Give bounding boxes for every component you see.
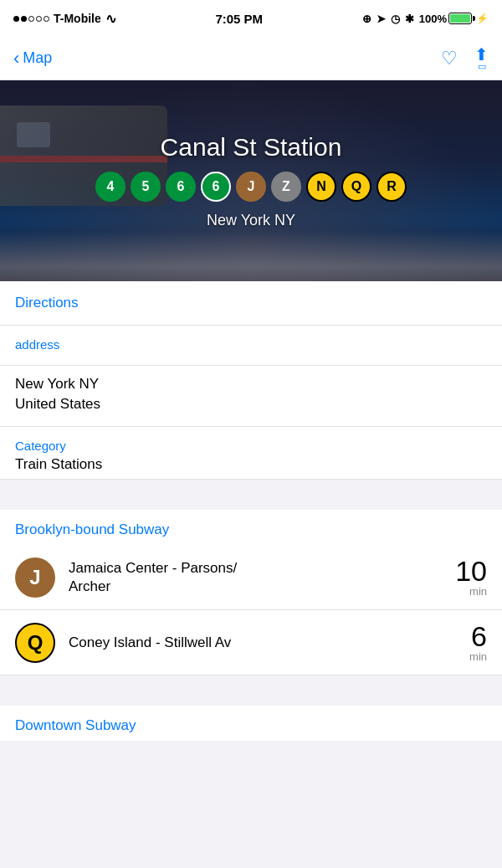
transit-info-j: Jamaica Center - Parsons/Archer (69, 559, 442, 596)
transit-time-unit-q: min (469, 650, 487, 663)
status-time: 7:05 PM (215, 12, 263, 26)
address-label: address (15, 337, 487, 352)
transit-destination-q: Coney Island - Stillwell Av (69, 634, 456, 652)
category-value: Train Stations (15, 455, 487, 475)
arrow-icon: ➤ (376, 13, 386, 25)
battery-fill (450, 14, 470, 23)
address-value-section: New York NY United States (0, 366, 502, 427)
brooklyn-bound-label: Brooklyn-bound Subway (15, 521, 487, 538)
line-badge-6x: 6 (201, 172, 231, 202)
wifi-icon: ∿ (105, 11, 116, 27)
address-section: address (0, 326, 502, 366)
transit-destination-j: Jamaica Center - Parsons/Archer (69, 559, 442, 596)
transit-time-unit-j: min (455, 585, 487, 598)
location-icon: ⊕ (362, 13, 371, 25)
dot-4 (36, 16, 42, 22)
dot-5 (44, 16, 49, 22)
favorite-button[interactable]: ♡ (441, 48, 458, 69)
share-button[interactable]: ⬆︎▭ (474, 44, 489, 72)
back-label: Map (23, 49, 52, 67)
transit-row-q[interactable]: Q Coney Island - Stillwell Av 6 min (0, 610, 502, 675)
hero-content: Canal St Station 4 5 6 6 J Z N Q R New Y… (95, 133, 407, 229)
dot-2 (21, 16, 27, 22)
bluetooth-icon: ✱ (405, 13, 414, 25)
directions-label: Directions (15, 295, 79, 311)
status-left: T-Mobile ∿ (13, 11, 116, 27)
station-location: New York NY (207, 212, 295, 229)
address-line2: United States (15, 394, 487, 414)
status-bar: T-Mobile ∿ 7:05 PM ⊕ ➤ ◷ ✱ 100% ⚡ (0, 0, 502, 37)
subway-lines: 4 5 6 6 J Z N Q R (95, 172, 407, 202)
line-badge-6: 6 (166, 172, 196, 202)
hero-platform-visual (0, 231, 502, 281)
battery-icon (448, 13, 472, 24)
line-badge-4: 4 (95, 172, 126, 202)
train-window (17, 122, 50, 147)
section-separator (0, 480, 502, 510)
line-badge-j: J (236, 172, 266, 202)
transit-info-q: Coney Island - Stillwell Av (69, 634, 456, 652)
section-separator-2 (0, 675, 502, 706)
alarm-icon: ◷ (391, 13, 400, 25)
line-badge-z: Z (271, 172, 301, 202)
status-right: ⊕ ➤ ◷ ✱ 100% ⚡ (362, 13, 489, 25)
bolt-icon: ⚡ (476, 13, 489, 24)
battery-percent: 100% (419, 13, 447, 25)
brooklyn-bound-header: Brooklyn-bound Subway (0, 510, 502, 545)
hero-image: Canal St Station 4 5 6 6 J Z N Q R New Y… (0, 80, 502, 281)
transit-badge-q: Q (15, 623, 55, 663)
nav-bar: ‹ Map ♡ ⬆︎▭ (0, 37, 502, 80)
downtown-label: Downtown Subway (15, 717, 487, 734)
dot-3 (28, 16, 34, 22)
back-chevron-icon: ‹ (13, 49, 19, 68)
main-content: Directions address New York NY United St… (0, 281, 502, 741)
downtown-header: Downtown Subway (0, 706, 502, 741)
directions-item[interactable]: Directions (0, 281, 502, 326)
station-title: Canal St Station (161, 133, 342, 162)
transit-time-number-j: 10 (455, 557, 487, 585)
back-button[interactable]: ‹ Map (13, 49, 52, 68)
line-badge-n: N (306, 172, 336, 202)
line-badge-q: Q (341, 172, 371, 202)
nav-actions: ♡ ⬆︎▭ (441, 44, 489, 72)
transit-time-number-q: 6 (469, 622, 487, 650)
battery-container: 100% ⚡ (419, 13, 489, 25)
category-section: Category Train Stations (0, 427, 502, 480)
line-badge-5: 5 (131, 172, 161, 202)
transit-badge-j: J (15, 557, 55, 598)
address-line1: New York NY (15, 374, 487, 394)
category-label: Category (15, 439, 487, 453)
transit-row-j[interactable]: J Jamaica Center - Parsons/Archer 10 min (0, 545, 502, 610)
line-badge-r: R (376, 172, 407, 202)
transit-time-q: 6 min (469, 622, 487, 663)
carrier-label: T-Mobile (54, 12, 101, 25)
transit-time-j: 10 min (455, 557, 487, 598)
signal-dots (13, 16, 49, 22)
dot-1 (13, 16, 19, 22)
